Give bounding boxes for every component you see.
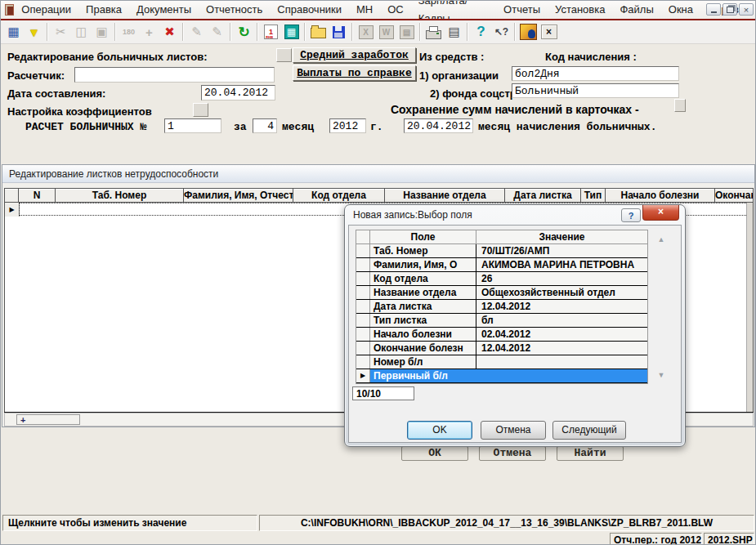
dialog-row-name[interactable]: Фамилия, Имя, О АКИМОВА МАРИНА ПЕТРОВНА xyxy=(356,258,647,272)
grid-col-type[interactable]: Тип xyxy=(580,188,605,203)
month-input[interactable]: 4 xyxy=(253,118,277,133)
grid-plus-box[interactable]: + xyxy=(16,414,80,425)
dialog-row-illness-start[interactable]: Начало болезни 02.04.2012 xyxy=(356,328,647,342)
save-cards-checkbox[interactable] xyxy=(674,99,686,112)
save-icon[interactable] xyxy=(329,22,349,42)
certificate-payments-button[interactable]: Выплаты по справке xyxy=(293,65,416,81)
background-find-button[interactable]: Найти xyxy=(557,446,624,461)
open-folder-icon[interactable] xyxy=(308,22,329,42)
rotate-180-icon[interactable]: 180 xyxy=(119,22,139,42)
menu-edit[interactable]: Правка xyxy=(78,1,129,19)
accrual-code-org-input[interactable]: бол2Дня xyxy=(512,66,679,81)
dialog-help-button[interactable]: ? xyxy=(621,208,641,222)
grid-vertical-scrollbar[interactable] xyxy=(746,203,753,412)
background-ok-button[interactable]: ОК xyxy=(401,446,468,461)
word-icon[interactable]: W xyxy=(376,22,396,42)
restore-button[interactable] xyxy=(722,3,737,16)
field-value: бл xyxy=(476,314,647,327)
calculator-icon[interactable]: ▦ xyxy=(281,22,302,42)
cut-icon[interactable]: ✂ xyxy=(51,22,71,42)
grid-header: N Таб. Номер Фамилия, Имя, Отчест Код от… xyxy=(4,188,754,203)
menu-setup[interactable]: Установка xyxy=(548,1,612,19)
dialog-field-table: Поле Значение Таб. Номер 70/ШТ/26/АМП Фа… xyxy=(356,230,648,384)
grid-col-list-date[interactable]: Дата листка xyxy=(504,188,580,203)
coefficients-checkbox[interactable] xyxy=(193,103,208,117)
menu-documents[interactable]: Документы xyxy=(129,1,199,19)
excel-icon[interactable]: X xyxy=(356,22,376,42)
table-grid-icon[interactable]: ▦ xyxy=(3,22,24,42)
calc-sick-label: РАСЧЕТ БОЛЬНИЧНЫХ № xyxy=(25,121,146,133)
dialog-row-dept-name[interactable]: Название отдела Общехозяйственный отдел xyxy=(356,286,647,300)
year-input[interactable]: 2012 xyxy=(329,118,366,133)
form-title-checkbox[interactable] xyxy=(276,48,292,62)
grid-col-marker[interactable] xyxy=(4,188,18,203)
col-field-header: Поле xyxy=(370,230,476,243)
accrual-month-date-input[interactable]: 20.04.2012 xyxy=(404,118,473,133)
menu-reports[interactable]: Отчеты xyxy=(496,1,548,19)
menu-os[interactable]: ОС xyxy=(380,1,411,19)
dialog-row-primary-bl[interactable]: ▶ Первичный б/л xyxy=(356,369,647,383)
record-counter-input[interactable]: 10/10 xyxy=(352,386,414,400)
exit-icon[interactable]: × xyxy=(539,22,559,42)
dialog-close-button[interactable]: × xyxy=(642,205,679,221)
menu-windows[interactable]: Окна xyxy=(661,1,700,19)
close-button[interactable]: × xyxy=(739,3,754,16)
grid-col-tab-number[interactable]: Таб. Номер xyxy=(55,188,183,203)
average-earnings-button[interactable]: Средний заработок xyxy=(293,47,416,63)
calendar-icon[interactable]: 1янв xyxy=(261,22,281,42)
preview-icon[interactable]: ▤ xyxy=(444,22,464,42)
grid-col-dept-code[interactable]: Код отдела xyxy=(293,188,384,203)
grid-col-illness-end[interactable]: Окончани xyxy=(714,188,754,203)
accrual-code-social-input[interactable]: Больничный xyxy=(512,83,679,98)
menu-reporting[interactable]: Отчетность xyxy=(199,1,270,19)
grid-col-n[interactable]: N xyxy=(18,188,55,203)
dialog-row-bl-number[interactable]: Номер б/л xyxy=(356,355,647,369)
dialog-cancel-button[interactable]: Отмена xyxy=(481,421,546,440)
spray-icon[interactable]: ✎ xyxy=(186,22,207,42)
calc-number-input[interactable]: 1 xyxy=(164,118,221,133)
app-menu-icon[interactable] xyxy=(5,4,14,16)
delete-icon[interactable]: ✖ xyxy=(159,22,180,42)
dialog-row-list-type[interactable]: Тип листка бл xyxy=(356,314,647,328)
export-table-icon[interactable]: ▤ xyxy=(396,22,417,42)
spray-ab-icon[interactable]: ✎ xyxy=(207,22,227,42)
add-icon[interactable]: + xyxy=(139,22,159,42)
dialog-body: Поле Значение Таб. Номер 70/ШТ/26/АМП Фа… xyxy=(348,225,682,443)
paste-icon[interactable]: ◫ xyxy=(71,22,92,42)
grid-col-name[interactable]: Фамилия, Имя, Отчест xyxy=(183,188,293,203)
menu-directories[interactable]: Справочники xyxy=(270,1,349,19)
menu-operations[interactable]: Операции xyxy=(14,1,78,19)
dialog-table-header: Поле Значение xyxy=(356,230,647,244)
compile-date-input[interactable]: 20.04.2012 xyxy=(201,85,275,101)
filter-icon[interactable]: ▼ xyxy=(24,22,44,42)
sick-list-window-title[interactable]: Редактирование листков нетрудоспособност… xyxy=(2,165,754,183)
dialog-row-list-date[interactable]: Дата листка 12.04.2012 xyxy=(356,300,647,314)
scroll-up-icon[interactable]: ▲ xyxy=(653,235,669,243)
dialog-row-dept-code[interactable]: Код отдела 26 xyxy=(356,272,647,286)
background-cancel-button[interactable]: Отмена xyxy=(479,446,546,461)
dialog-title[interactable]: Новая запись:Выбор поля xyxy=(353,209,472,221)
status-bar: Щелкните чтобы изменить значение C:\INFO… xyxy=(1,514,756,545)
dialog-row-tab-number[interactable]: Таб. Номер 70/ШТ/26/АМП xyxy=(356,244,647,258)
grid-col-illness-start[interactable]: Начало болезни xyxy=(605,188,714,203)
refresh-icon[interactable]: ↻ xyxy=(234,22,254,42)
scroll-down-icon[interactable]: ▼ xyxy=(653,371,669,379)
minimize-button[interactable] xyxy=(706,3,721,16)
menu-mn[interactable]: МН xyxy=(349,1,380,19)
app-logo-icon[interactable] xyxy=(518,22,539,42)
print-icon[interactable] xyxy=(423,22,444,42)
context-help-icon[interactable]: ↖? xyxy=(491,22,512,42)
window-controls: × xyxy=(706,3,754,16)
status-shp-file: 2012.SHP xyxy=(704,533,754,545)
dialog-ok-button[interactable]: OK xyxy=(407,421,472,440)
help-icon[interactable]: ? xyxy=(471,22,491,42)
dialog-row-illness-end[interactable]: Окончание болезн 12.04.2012 xyxy=(356,342,647,355)
dialog-next-button[interactable]: Следующий xyxy=(552,421,626,440)
field-name: Первичный б/л xyxy=(370,369,476,382)
grid-col-dept-name[interactable]: Название отдела xyxy=(384,188,504,203)
field-value: 70/ШТ/26/АМП xyxy=(476,244,647,257)
menu-files[interactable]: Файлы xyxy=(612,1,660,19)
calculator-name-input[interactable] xyxy=(74,67,275,83)
field-value xyxy=(476,369,647,382)
copy-icon[interactable]: ▣ xyxy=(92,22,112,42)
